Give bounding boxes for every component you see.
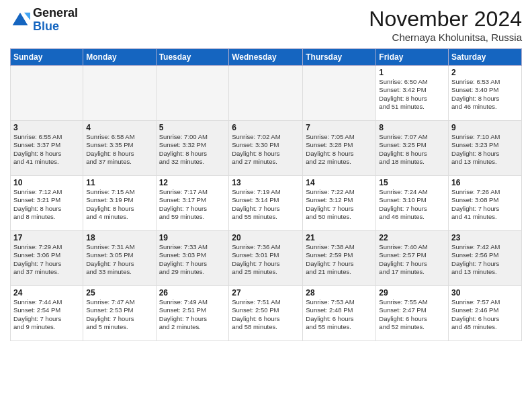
day-info: Sunrise: 6:53 AM Sunset: 3:40 PM Dayligh…: [451, 78, 519, 111]
day-cell: 12Sunrise: 7:17 AM Sunset: 3:17 PM Dayli…: [156, 176, 229, 231]
day-info: Sunrise: 7:19 AM Sunset: 3:14 PM Dayligh…: [232, 188, 300, 221]
day-number: 30: [451, 288, 519, 298]
day-number: 9: [451, 123, 519, 132]
day-cell: [303, 66, 376, 121]
day-number: 7: [306, 123, 373, 132]
day-number: 15: [379, 178, 445, 187]
logo-text: General Blue: [33, 7, 78, 34]
calendar-header-row: Sunday Monday Tuesday Wednesday Thursday…: [11, 49, 522, 66]
day-number: 5: [159, 123, 226, 132]
day-info: Sunrise: 7:40 AM Sunset: 2:57 PM Dayligh…: [379, 243, 445, 276]
day-info: Sunrise: 7:36 AM Sunset: 3:01 PM Dayligh…: [232, 243, 300, 276]
col-sunday: Sunday: [11, 49, 83, 66]
week-row-3: 10Sunrise: 7:12 AM Sunset: 3:21 PM Dayli…: [11, 176, 522, 231]
day-cell: [156, 66, 229, 121]
day-number: 2: [451, 68, 519, 77]
day-cell: 8Sunrise: 7:07 AM Sunset: 3:25 PM Daylig…: [376, 121, 449, 176]
day-number: 12: [159, 178, 226, 187]
day-number: 3: [13, 123, 80, 132]
day-cell: 7Sunrise: 7:05 AM Sunset: 3:28 PM Daylig…: [303, 121, 376, 176]
day-cell: [229, 66, 303, 121]
day-cell: 24Sunrise: 7:44 AM Sunset: 2:54 PM Dayli…: [11, 286, 83, 341]
day-info: Sunrise: 6:58 AM Sunset: 3:35 PM Dayligh…: [86, 133, 152, 166]
week-row-4: 17Sunrise: 7:29 AM Sunset: 3:06 PM Dayli…: [11, 231, 522, 286]
week-row-1: 1Sunrise: 6:50 AM Sunset: 3:42 PM Daylig…: [11, 66, 522, 121]
col-saturday: Saturday: [449, 49, 522, 66]
day-cell: 27Sunrise: 7:51 AM Sunset: 2:50 PM Dayli…: [229, 286, 303, 341]
day-cell: 19Sunrise: 7:33 AM Sunset: 3:03 PM Dayli…: [156, 231, 229, 286]
day-info: Sunrise: 7:33 AM Sunset: 3:03 PM Dayligh…: [159, 243, 226, 276]
col-friday: Friday: [376, 49, 449, 66]
day-info: Sunrise: 7:55 AM Sunset: 2:47 PM Dayligh…: [379, 298, 445, 331]
day-info: Sunrise: 6:50 AM Sunset: 3:42 PM Dayligh…: [379, 78, 445, 111]
day-number: 23: [451, 233, 519, 242]
day-info: Sunrise: 7:26 AM Sunset: 3:08 PM Dayligh…: [451, 188, 519, 221]
day-cell: 3Sunrise: 6:55 AM Sunset: 3:37 PM Daylig…: [11, 121, 83, 176]
day-info: Sunrise: 7:02 AM Sunset: 3:30 PM Dayligh…: [232, 133, 300, 166]
day-number: 18: [86, 233, 152, 242]
day-number: 19: [159, 233, 226, 242]
day-number: 29: [379, 288, 445, 298]
col-wednesday: Wednesday: [229, 49, 303, 66]
svg-marker-1: [24, 13, 30, 20]
day-cell: 15Sunrise: 7:24 AM Sunset: 3:10 PM Dayli…: [376, 176, 449, 231]
day-cell: 26Sunrise: 7:49 AM Sunset: 2:51 PM Dayli…: [156, 286, 229, 341]
day-number: 16: [451, 178, 519, 187]
day-number: 1: [379, 68, 445, 77]
day-info: Sunrise: 7:49 AM Sunset: 2:51 PM Dayligh…: [159, 298, 226, 331]
week-row-2: 3Sunrise: 6:55 AM Sunset: 3:37 PM Daylig…: [11, 121, 522, 176]
day-cell: 28Sunrise: 7:53 AM Sunset: 2:48 PM Dayli…: [303, 286, 376, 341]
day-info: Sunrise: 7:05 AM Sunset: 3:28 PM Dayligh…: [306, 133, 373, 166]
day-info: Sunrise: 7:24 AM Sunset: 3:10 PM Dayligh…: [379, 188, 445, 221]
title-block: November 2024 Chernaya Kholunitsa, Russi…: [369, 7, 522, 43]
day-cell: 1Sunrise: 6:50 AM Sunset: 3:42 PM Daylig…: [376, 66, 449, 121]
day-cell: 13Sunrise: 7:19 AM Sunset: 3:14 PM Dayli…: [229, 176, 303, 231]
day-number: 13: [232, 178, 300, 187]
day-info: Sunrise: 7:10 AM Sunset: 3:23 PM Dayligh…: [451, 133, 519, 166]
day-info: Sunrise: 7:17 AM Sunset: 3:17 PM Dayligh…: [159, 188, 226, 221]
svg-marker-0: [13, 13, 28, 26]
day-cell: 9Sunrise: 7:10 AM Sunset: 3:23 PM Daylig…: [449, 121, 522, 176]
logo-icon: [10, 10, 30, 30]
col-thursday: Thursday: [303, 49, 376, 66]
day-info: Sunrise: 7:12 AM Sunset: 3:21 PM Dayligh…: [13, 188, 80, 221]
day-info: Sunrise: 7:38 AM Sunset: 2:59 PM Dayligh…: [306, 243, 373, 276]
day-info: Sunrise: 7:57 AM Sunset: 2:46 PM Dayligh…: [451, 298, 519, 331]
day-cell: 22Sunrise: 7:40 AM Sunset: 2:57 PM Dayli…: [376, 231, 449, 286]
day-number: 20: [232, 233, 300, 242]
day-cell: 16Sunrise: 7:26 AM Sunset: 3:08 PM Dayli…: [449, 176, 522, 231]
day-info: Sunrise: 7:31 AM Sunset: 3:05 PM Dayligh…: [86, 243, 152, 276]
day-number: 22: [379, 233, 445, 242]
day-cell: 14Sunrise: 7:22 AM Sunset: 3:12 PM Dayli…: [303, 176, 376, 231]
day-info: Sunrise: 7:42 AM Sunset: 2:56 PM Dayligh…: [451, 243, 519, 276]
day-number: 21: [306, 233, 373, 242]
day-cell: 17Sunrise: 7:29 AM Sunset: 3:06 PM Dayli…: [11, 231, 83, 286]
week-row-5: 24Sunrise: 7:44 AM Sunset: 2:54 PM Dayli…: [11, 286, 522, 341]
day-info: Sunrise: 7:44 AM Sunset: 2:54 PM Dayligh…: [13, 298, 80, 331]
day-cell: [11, 66, 83, 121]
day-number: 25: [86, 288, 152, 298]
day-cell: 4Sunrise: 6:58 AM Sunset: 3:35 PM Daylig…: [83, 121, 156, 176]
day-number: 24: [13, 288, 80, 298]
month-title: November 2024: [369, 7, 522, 32]
day-cell: 2Sunrise: 6:53 AM Sunset: 3:40 PM Daylig…: [449, 66, 522, 121]
day-cell: 21Sunrise: 7:38 AM Sunset: 2:59 PM Dayli…: [303, 231, 376, 286]
day-cell: 18Sunrise: 7:31 AM Sunset: 3:05 PM Dayli…: [83, 231, 156, 286]
page-container: General Blue November 2024 Chernaya Khol…: [0, 0, 532, 411]
day-number: 17: [13, 233, 80, 242]
day-info: Sunrise: 7:47 AM Sunset: 2:53 PM Dayligh…: [86, 298, 152, 331]
logo: General Blue: [10, 7, 78, 34]
day-number: 28: [306, 288, 373, 298]
day-info: Sunrise: 7:51 AM Sunset: 2:50 PM Dayligh…: [232, 298, 300, 331]
day-cell: 6Sunrise: 7:02 AM Sunset: 3:30 PM Daylig…: [229, 121, 303, 176]
calendar: Sunday Monday Tuesday Wednesday Thursday…: [10, 48, 522, 341]
header: General Blue November 2024 Chernaya Khol…: [10, 7, 522, 43]
day-number: 11: [86, 178, 152, 187]
day-cell: 11Sunrise: 7:15 AM Sunset: 3:19 PM Dayli…: [83, 176, 156, 231]
day-info: Sunrise: 6:55 AM Sunset: 3:37 PM Dayligh…: [13, 133, 80, 166]
day-info: Sunrise: 7:00 AM Sunset: 3:32 PM Dayligh…: [159, 133, 226, 166]
day-info: Sunrise: 7:53 AM Sunset: 2:48 PM Dayligh…: [306, 298, 373, 331]
col-tuesday: Tuesday: [156, 49, 229, 66]
day-cell: 30Sunrise: 7:57 AM Sunset: 2:46 PM Dayli…: [449, 286, 522, 341]
logo-general: General: [33, 7, 78, 20]
